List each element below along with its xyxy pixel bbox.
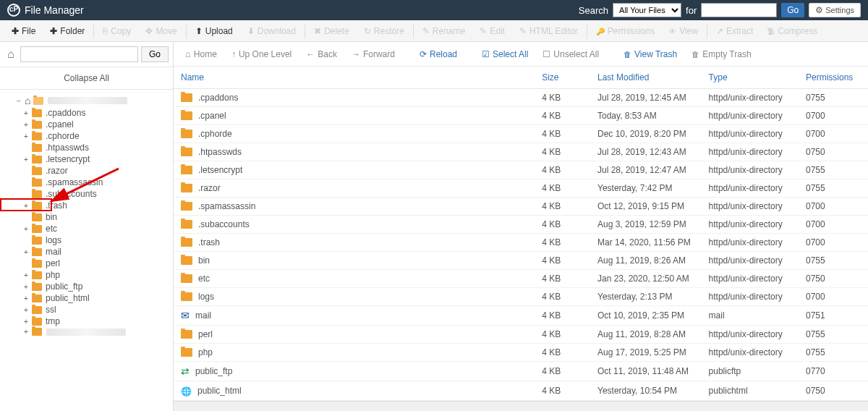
settings-button[interactable]: Settings	[809, 3, 861, 17]
expand-icon[interactable]	[22, 318, 30, 326]
search-go-button[interactable]: Go	[781, 3, 804, 17]
table-row[interactable]: .cpanel4 KBToday, 8:53 AMhttpd/unix-dire…	[174, 107, 868, 125]
tree-label: ssl	[46, 305, 56, 315]
tree-node[interactable]	[3, 94, 170, 107]
restore-button[interactable]: Restore	[357, 21, 412, 41]
delete-button[interactable]: Delete	[307, 21, 357, 41]
home-icon[interactable]	[4, 48, 17, 61]
html-editor-icon	[519, 26, 527, 36]
table-row[interactable]: etc4 KBJan 23, 2020, 12:50 AMhttpd/unix-…	[174, 270, 868, 288]
table-row[interactable]: .letsencrypt4 KBJul 28, 2019, 12:47 AMht…	[174, 161, 868, 179]
table-row[interactable]: logs4 KBYesterday, 2:13 PMhttpd/unix-dir…	[174, 288, 868, 306]
table-row[interactable]: perl4 KBAug 11, 2019, 8:28 AMhttpd/unix-…	[174, 326, 868, 344]
table-row[interactable]: .razor4 KBYesterday, 7:42 PMhttpd/unix-d…	[174, 179, 868, 198]
tree-node[interactable]: tmp	[3, 315, 170, 327]
permissions-button[interactable]: Permissions	[589, 21, 662, 41]
file-button[interactable]: File	[4, 21, 43, 41]
expand-icon[interactable]	[22, 132, 30, 140]
collapse-all-button[interactable]: Collapse All	[0, 67, 173, 90]
expand-icon[interactable]	[22, 248, 30, 256]
path-go-button[interactable]: Go	[141, 46, 169, 62]
mail-icon	[181, 310, 190, 321]
nav-unselect-all-button[interactable]: Unselect All	[537, 44, 605, 64]
tree-node[interactable]: .spamassassin	[3, 177, 170, 188]
expand-icon[interactable]	[22, 121, 30, 129]
col-permissions-header[interactable]: Permissions	[799, 67, 868, 89]
expand-icon[interactable]	[22, 283, 30, 291]
move-button[interactable]: Move	[138, 21, 184, 41]
extract-button[interactable]: Extract	[709, 21, 760, 41]
restore-label: Restore	[374, 26, 404, 36]
col-name-header[interactable]: Name	[174, 67, 535, 89]
nav-home-button[interactable]: Home	[179, 44, 223, 64]
folder-icon	[181, 238, 192, 247]
nav-forward-button[interactable]: Forward	[346, 44, 401, 64]
collapse-icon[interactable]	[14, 97, 23, 105]
nav-up-button[interactable]: Up One Level	[226, 44, 297, 64]
table-row[interactable]: bin4 KBAug 11, 2019, 8:26 AMhttpd/unix-d…	[174, 252, 868, 270]
expand-icon[interactable]	[22, 306, 30, 314]
tree-node[interactable]: .cphorde	[3, 130, 170, 142]
download-button[interactable]: Download	[240, 21, 303, 41]
tree-label-obscured	[46, 329, 126, 336]
expand-icon[interactable]	[22, 202, 30, 210]
nav-back-button[interactable]: Back	[300, 44, 343, 64]
expand-icon[interactable]	[22, 328, 30, 336]
search-input[interactable]	[701, 3, 777, 17]
table-row[interactable]: .htpasswds4 KBJul 28, 2019, 12:43 AMhttp…	[174, 143, 868, 161]
table-row[interactable]: mail4 KBOct 10, 2019, 2:35 PMmail0751	[174, 306, 868, 326]
expand-icon[interactable]	[22, 271, 30, 279]
tree-node[interactable]: public_html	[3, 292, 170, 304]
nav-empty-trash-button[interactable]: Empty Trash	[686, 44, 757, 64]
expand-icon[interactable]	[22, 156, 30, 164]
nav-select-all-button[interactable]: Select All	[476, 44, 534, 64]
expand-icon[interactable]	[22, 295, 30, 302]
tree-node[interactable]: ssl	[3, 304, 170, 315]
folder-icon	[32, 225, 42, 233]
tree-node[interactable]: perl	[3, 258, 170, 269]
tree-node[interactable]: etc	[3, 223, 170, 234]
table-row[interactable]: public_ftp4 KBOct 11, 2019, 11:48 AMpubl…	[174, 362, 868, 381]
nav-view-trash-button[interactable]: View Trash	[618, 44, 683, 64]
table-row[interactable]: .cpaddons4 KBJul 28, 2019, 12:45 AMhttpd…	[174, 89, 868, 107]
col-modified-header[interactable]: Last Modified	[590, 67, 702, 89]
tree-node[interactable]: .razor	[3, 165, 170, 177]
search-scope-select[interactable]: All Your Files	[613, 3, 681, 17]
tree-node[interactable]: public_ftp	[3, 281, 170, 292]
nav-reload-button[interactable]: Reload	[414, 44, 463, 64]
horizontal-scrollbar[interactable]	[174, 401, 868, 411]
tree-node[interactable]: mail	[3, 246, 170, 258]
html-editor-button[interactable]: HTML Editor	[512, 21, 585, 41]
tree-node[interactable]: .htpasswds	[3, 142, 170, 153]
table-row[interactable]: .spamassassin4 KBOct 12, 2019, 9:15 PMht…	[174, 198, 868, 216]
tree-node[interactable]: .subaccounts	[3, 188, 170, 200]
table-row[interactable]: .cphorde4 KBDec 10, 2019, 8:20 PMhttpd/u…	[174, 125, 868, 143]
file-table-wrap[interactable]: Name Size Last Modified Type Permissions…	[174, 67, 868, 401]
table-row[interactable]: .trash4 KBMar 14, 2020, 11:56 PMhttpd/un…	[174, 234, 868, 252]
path-input[interactable]	[20, 46, 138, 62]
rename-button[interactable]: Rename	[415, 21, 472, 41]
unselect-all-icon	[542, 49, 550, 59]
folder-button[interactable]: Folder	[43, 21, 92, 41]
tree-node[interactable]: logs	[3, 234, 170, 246]
tree-node[interactable]: .letsencrypt	[3, 153, 170, 165]
col-type-header[interactable]: Type	[702, 67, 799, 89]
copy-button[interactable]: Copy	[95, 21, 138, 41]
table-row[interactable]: php4 KBAug 17, 2019, 5:25 PMhttpd/unix-d…	[174, 344, 868, 362]
tree-node[interactable]: .trash	[3, 200, 170, 211]
view-button[interactable]: View	[662, 21, 705, 41]
tree-node[interactable]: php	[3, 269, 170, 281]
tree-node[interactable]: .cpanel	[3, 119, 170, 130]
col-size-header[interactable]: Size	[535, 67, 590, 89]
expand-icon[interactable]	[22, 225, 30, 233]
file-type: httpd/unix-directory	[702, 344, 799, 362]
compress-button[interactable]: Compress	[760, 21, 825, 41]
table-row[interactable]: .subaccounts4 KBAug 3, 2019, 12:59 PMhtt…	[174, 216, 868, 234]
table-row[interactable]: public_html4 KBYesterday, 10:54 PMpublic…	[174, 381, 868, 401]
tree-node[interactable]: .cpaddons	[3, 107, 170, 119]
tree-node[interactable]: bin	[3, 211, 170, 223]
edit-button[interactable]: Edit	[472, 21, 512, 41]
upload-button[interactable]: Upload	[188, 21, 240, 41]
expand-icon[interactable]	[22, 109, 30, 117]
tree-node[interactable]	[3, 327, 170, 336]
